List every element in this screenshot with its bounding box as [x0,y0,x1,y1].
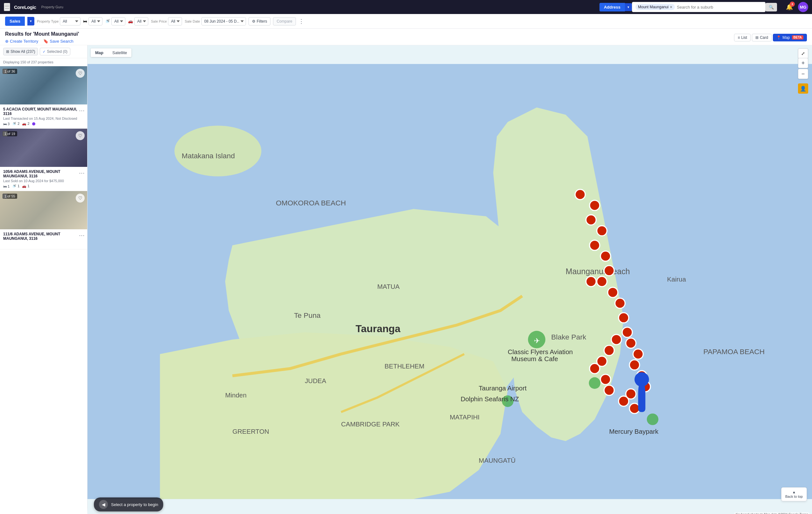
svg-point-48 [586,276,596,287]
search-chip-close[interactable]: × [670,4,672,9]
property-card-2[interactable]: 1 of 19 ♡ 105/6 ADAMS AVENUE, MOUNT MAUN… [0,129,87,191]
property-more-options-2[interactable]: ⋯ [79,169,85,177]
more-options-btn[interactable]: ⋮ [298,18,304,25]
displaying-text: Displaying 150 of 237 properties [0,58,87,66]
sidebar-controls: ⊞ Show All (237) ✓ Selected (0) [0,45,87,58]
back-to-top-label: Back to top [785,494,803,498]
car-count-1: 🚗 2 [22,121,29,126]
svg-text:OMOKOROA BEACH: OMOKOROA BEACH [276,199,346,207]
list-label: List [741,35,747,40]
svg-text:BETHLEHEM: BETHLEHEM [385,362,425,370]
property-card-3[interactable]: 1 of 55 ♡ 111/6 ADAMS AVENUE, MOUNT MAUN… [0,191,87,249]
chevron-up-icon: ▲ [792,490,796,494]
bath-count-2: 🚿 1 [12,184,20,188]
card-icon: ⊞ [755,35,758,40]
map-zoom-controls: + − [798,58,808,79]
map-svg: Tauranga Maunganui Beach Blake Park Mata… [87,45,812,514]
bed-select[interactable]: All1+2+3+ [88,17,103,25]
save-search-label: Save Search [50,39,73,44]
svg-point-35 [633,349,643,359]
sales-toggle-btn[interactable]: Sales [5,17,25,26]
property-name-1: 5 ACACIA COURT, MOUNT MAUNGANUI, 3116 [3,107,84,116]
properties-sidebar: ⊞ Show All (237) ✓ Selected (0) Displayi… [0,45,87,514]
address-search-bar: Address ▾ Mount Maunganui × 🔍 [600,2,777,12]
svg-point-42 [611,334,621,345]
search-submit-btn[interactable]: 🔍 [765,3,777,11]
territory-icon: ⊕ [5,39,8,44]
map-container[interactable]: Tauranga Maunganui Beach Blake Park Mata… [87,45,812,514]
svg-point-45 [589,363,600,374]
car-count-2: 🚗 1 [22,184,29,188]
map-tab-satellite[interactable]: Satellite [108,48,132,57]
svg-point-25 [597,226,607,236]
notification-bell[interactable]: 🔔 3 [786,3,793,10]
favorite-btn-2[interactable]: ♡ [76,131,85,140]
filters-btn[interactable]: ⚙ Filters [249,17,271,25]
property-more-options-3[interactable]: ⋯ [79,232,85,239]
svg-text:Classic Flyers Aviation: Classic Flyers Aviation [508,348,573,355]
property-features-1: 🛏 3 🚿 2 🚗 2 [3,121,84,126]
main-content: ⊞ Show All (237) ✓ Selected (0) Displayi… [0,45,812,514]
property-more-options-1[interactable]: ⋯ [79,107,85,114]
svg-text:Te Puna: Te Puna [294,311,321,319]
street-view-btn[interactable]: 👤 [798,83,808,93]
selected-label: Selected (0) [47,49,67,54]
property-meta-3 [3,241,84,245]
card-view-btn[interactable]: ⊞ Card [752,34,772,42]
property-type-label: Property Type [37,20,59,23]
favorite-btn-3[interactable]: ♡ [76,194,85,202]
map-label: Map [782,35,790,40]
sale-date-filter: Sale Date 08 Jun 2024 - 05 D... [184,17,245,25]
zoom-out-btn[interactable]: − [798,69,808,79]
filter-icon: ⚙ [252,19,256,24]
map-view-btn[interactable]: 📍 Map BETA [773,34,807,42]
selected-btn[interactable]: ✓ Selected (0) [40,48,70,55]
address-toggle-btn[interactable]: Address [600,3,625,11]
create-territory-link[interactable]: ⊕ Create Territory [5,39,38,44]
popup-prev-btn[interactable]: ◀ [99,500,108,509]
bath-select[interactable]: All1+2+ [111,17,125,25]
search-bar-wrapper: Mount Maunganui × [632,2,765,12]
property-features-2: 🛏 1 🚿 1 🚗 1 [3,184,84,188]
property-card-1[interactable]: 1 of 36 ♡ 5 ACACIA COURT, MOUNT MAUNGANU… [0,66,87,129]
results-title: Results for 'Mount Maunganui' [5,31,79,37]
user-avatar[interactable]: MG [798,2,808,12]
car-select[interactable]: All1+2+ [134,17,148,25]
svg-point-23 [589,200,600,211]
list-view-btn[interactable]: ≡ List [734,34,751,42]
property-name-3: 111/6 ADAMS AVENUE, MOUNT MAUNGANUI, 311… [3,232,84,241]
zoom-in-btn[interactable]: + [798,58,808,68]
map-popup: ◀ Select a property to begin [94,497,163,511]
svg-point-26 [589,240,600,250]
bath-count-1: 🚿 2 [12,121,20,126]
hamburger-menu[interactable]: ☰ [4,3,10,11]
sales-caret-btn[interactable]: ▾ [27,17,34,25]
svg-text:Tauranga Airport: Tauranga Airport [479,384,527,392]
save-search-link[interactable]: 🔖 Save Search [43,39,73,44]
search-input[interactable] [677,5,762,9]
bed-count-2: 🛏 1 [3,184,9,188]
show-all-btn[interactable]: ⊞ Show All (237) [3,48,38,55]
favorite-btn-1[interactable]: ♡ [76,69,85,78]
property-type-select[interactable]: AllHouseUnit [60,17,81,25]
app-subtitle: Property Guru [41,5,63,9]
sale-price-select[interactable]: All [168,17,182,25]
map-expand-btn[interactable]: ⤢ [798,48,808,59]
filters-label: Filters [257,19,267,24]
img-count-3: 1 of 55 [3,194,17,199]
svg-point-54 [589,377,601,389]
properties-list: 1 of 36 ♡ 5 ACACIA COURT, MOUNT MAUNGANU… [0,66,87,514]
back-to-top-btn[interactable]: ▲ Back to top [781,487,807,501]
grid-icon: ⊞ [6,49,9,54]
property-meta-1: Last Transacted on 15 Aug 2024, Not Disc… [3,116,84,120]
map-tab-map[interactable]: Map [91,48,108,57]
svg-point-27 [601,251,611,261]
address-caret-btn[interactable]: ▾ [625,3,632,11]
svg-point-46 [601,374,611,384]
popup-text: Select a property to begin [111,502,158,507]
svg-point-31 [615,298,625,308]
check-icon: ✓ [42,50,46,54]
property-info-1: 5 ACACIA COURT, MOUNT MAUNGANUI, 3116 La… [0,105,87,128]
property-info-3: 111/6 ADAMS AVENUE, MOUNT MAUNGANUI, 311… [0,229,87,249]
sale-date-select[interactable]: 08 Jun 2024 - 05 D... [201,17,246,25]
